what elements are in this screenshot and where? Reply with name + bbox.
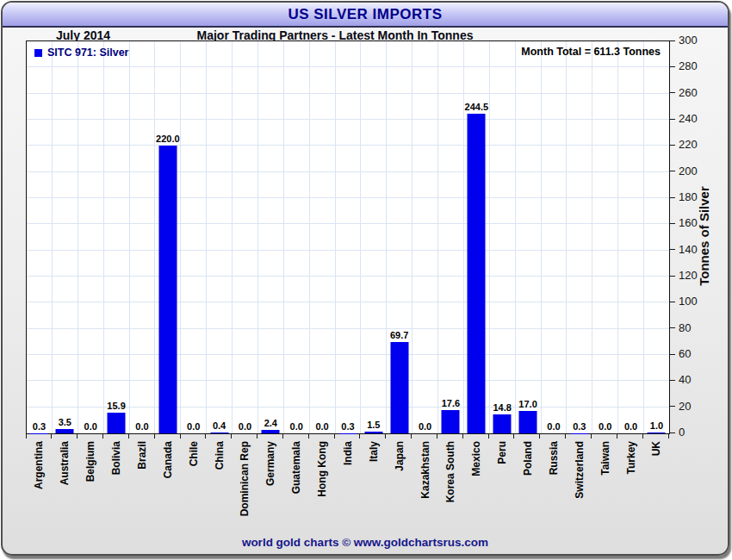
bar-column: 14.8Peru (490, 41, 516, 433)
category-label: Belgium (85, 441, 96, 482)
y-tick (670, 66, 675, 67)
x-tick (257, 434, 257, 439)
y-axis-title: Tonnes of Silver (697, 186, 711, 286)
y-tick-label: 40 (679, 373, 691, 387)
y-tick (670, 249, 675, 250)
bar-argentina (30, 433, 48, 434)
bar-column: 0.0Chile (181, 41, 207, 433)
bar-value-label: 0.3 (33, 421, 46, 432)
x-tick (617, 434, 617, 439)
bar-value-label: 0.0 (135, 421, 148, 432)
bar-switzerland (570, 433, 588, 434)
bar-value-label: 2.4 (264, 418, 277, 428)
category-label: Mexico (471, 441, 481, 476)
bar-value-label: 17.6 (442, 398, 460, 408)
chart-title-bar: US SILVER IMPORTS (3, 3, 728, 28)
category-label: Taiwan (600, 441, 611, 476)
category-label: Italy (369, 441, 379, 462)
bar-mexico (468, 114, 486, 433)
x-tick (513, 434, 514, 439)
y-tick (670, 354, 675, 355)
bar-value-label: 0.0 (187, 421, 200, 432)
category-label: Hong Kong (317, 441, 327, 497)
bar-germany (262, 430, 280, 433)
category-label: Kazakhstan (420, 441, 431, 499)
bar-column: 0.0Hong Kong (310, 41, 336, 433)
x-tick (539, 434, 540, 439)
x-tick (231, 434, 232, 439)
x-tick (668, 434, 669, 439)
bar-value-label: 17.0 (518, 399, 537, 409)
y-tick (670, 40, 675, 41)
x-tick (282, 434, 283, 439)
bar-value-label: 0.0 (624, 421, 637, 432)
y-tick (670, 197, 675, 198)
category-label: Canada (163, 441, 173, 478)
bar-column: 0.0Taiwan (592, 41, 618, 433)
bar-value-label: 1.0 (650, 420, 663, 431)
chart-frame: US SILVER IMPORTS July 2014 Major Tradin… (1, 1, 729, 556)
category-label: Australia (59, 441, 70, 485)
x-tick (385, 434, 386, 439)
bar-column: 15.9Bolivia (104, 41, 130, 433)
x-tick (77, 434, 78, 439)
x-tick (591, 434, 592, 439)
bar-column: 0.0Dominican Rep (233, 41, 258, 433)
legend: SITC 971: Silver (34, 47, 129, 59)
bar-poland (519, 411, 537, 433)
bar-column: 220.0Canada (155, 41, 181, 433)
category-label: Germany (265, 441, 276, 486)
category-label: Russia (549, 441, 559, 475)
bar-value-label: 0.4 (213, 420, 226, 431)
category-label: Switzerland (574, 441, 585, 499)
x-tick (334, 434, 335, 439)
category-label: Guatemala (291, 441, 301, 494)
bar-value-label: 15.9 (107, 401, 125, 411)
bar-column: 2.4Germany (258, 41, 284, 433)
bar-column: 3.5Australia (53, 41, 78, 433)
x-tick (462, 434, 463, 439)
y-tick-label: 260 (679, 86, 698, 100)
bar-column: 0.0Kazakhstan (413, 41, 438, 433)
bar-column: 0.4China (207, 41, 233, 433)
y-tick (670, 92, 675, 93)
bar-value-label: 0.0 (419, 421, 431, 432)
y-tick-label: 180 (679, 190, 698, 204)
bar-australia (56, 429, 74, 433)
bar-column: 0.3India (336, 41, 362, 433)
x-tick (128, 434, 129, 439)
bar-italy (364, 432, 382, 433)
bar-column: 17.0Poland (516, 41, 542, 433)
category-label: Chile (189, 441, 199, 466)
bar-value-label: 69.7 (390, 330, 408, 340)
bar-value-label: 220.0 (156, 134, 180, 144)
bar-column: 0.0Russia (542, 41, 568, 433)
y-tick (670, 432, 675, 433)
y-tick (670, 223, 675, 224)
y-tick-label: 300 (679, 34, 698, 47)
y-tick (670, 406, 675, 407)
y-tick-label: 0 (679, 426, 685, 439)
bar-column: 1.5Italy (361, 41, 387, 433)
bar-value-label: 0.3 (573, 421, 586, 432)
category-label: India (343, 441, 353, 465)
x-tick (437, 434, 437, 439)
y-tick (670, 380, 675, 381)
y-tick-label: 280 (679, 59, 698, 73)
bar-bolivia (108, 413, 126, 433)
x-tick (359, 434, 360, 439)
y-tick-label: 220 (679, 138, 698, 152)
x-tick (154, 434, 155, 439)
x-tick (642, 434, 643, 439)
bar-uk (648, 432, 666, 434)
x-tick (565, 434, 566, 439)
y-tick-label: 140 (679, 243, 698, 257)
x-tick (102, 434, 103, 439)
category-label: Bolivia (111, 441, 121, 475)
footer-credit: world gold charts © www.goldchartsrus.co… (3, 536, 728, 549)
bar-column: 0.0Brazil (130, 41, 156, 433)
chart-title: US SILVER IMPORTS (288, 6, 442, 23)
category-label: Poland (523, 441, 533, 476)
y-tick-label: 100 (679, 295, 698, 308)
category-label: Peru (497, 441, 507, 464)
